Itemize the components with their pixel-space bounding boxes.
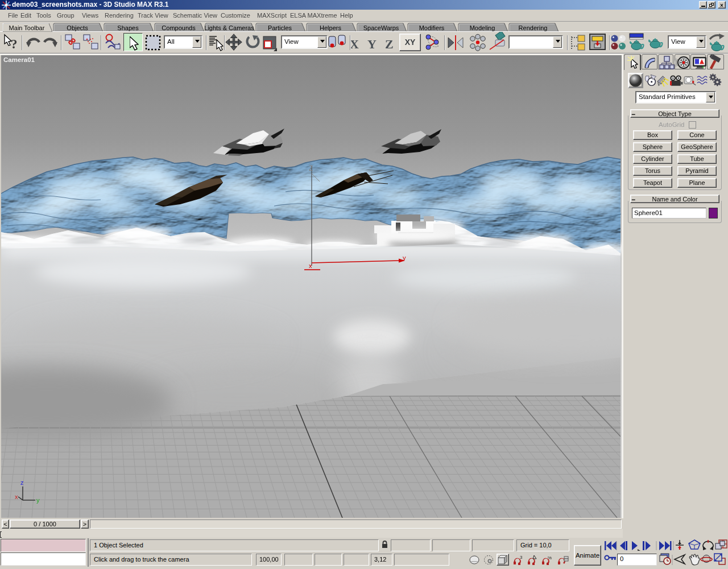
svg-text:Main Toolbar: Main Toolbar — [9, 24, 45, 31]
svg-text:3: 3 — [520, 555, 523, 560]
svg-text:Z: Z — [309, 164, 313, 172]
svg-text:Modifiers: Modifiers — [419, 24, 445, 31]
svg-text:Shapes: Shapes — [117, 24, 139, 31]
svg-text:SpaceWarps: SpaceWarps — [363, 24, 399, 31]
svg-text:x: x — [309, 262, 312, 269]
svg-text:Y: Y — [367, 37, 377, 51]
svg-text:Compounds: Compounds — [162, 24, 196, 31]
svg-text:?: ? — [11, 37, 18, 51]
svg-text:x: x — [15, 493, 18, 500]
svg-text:Helpers: Helpers — [320, 24, 341, 31]
svg-text:y: y — [36, 497, 40, 504]
svg-text:Z: Z — [385, 37, 394, 51]
svg-text:Modeling: Modeling — [470, 24, 495, 31]
svg-text:Objects: Objects — [67, 24, 88, 31]
svg-text:%: % — [548, 555, 552, 560]
svg-text:y: y — [403, 254, 406, 261]
svg-text:X: X — [350, 37, 359, 51]
svg-text:z: z — [20, 479, 24, 486]
svg-text:Lights & Cameras: Lights & Cameras — [204, 24, 254, 31]
svg-text:Particles: Particles — [268, 24, 292, 31]
svg-text:Rendering: Rendering — [519, 24, 548, 31]
